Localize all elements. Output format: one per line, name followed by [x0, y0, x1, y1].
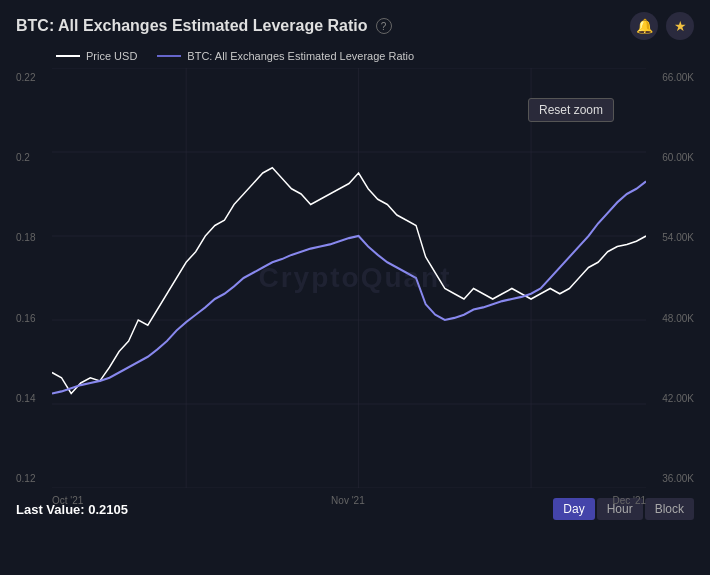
x-label-dec: Dec '21 [612, 495, 646, 506]
block-button[interactable]: Block [645, 498, 694, 520]
reset-zoom-button[interactable]: Reset zoom [528, 98, 614, 122]
x-label-nov: Nov '21 [331, 495, 365, 506]
help-icon[interactable]: ? [376, 18, 392, 34]
y-axis-right: 66.00K 60.00K 54.00K 48.00K 42.00K 36.00… [646, 68, 694, 488]
legend-item-price: Price USD [56, 50, 137, 62]
legend-line-white [56, 55, 80, 57]
page-title: BTC: All Exchanges Estimated Leverage Ra… [16, 17, 368, 35]
title-area: BTC: All Exchanges Estimated Leverage Ra… [16, 17, 392, 35]
legend-item-leverage: BTC: All Exchanges Estimated Leverage Ra… [157, 50, 414, 62]
notification-button[interactable]: 🔔 [630, 12, 658, 40]
favorite-button[interactable]: ★ [666, 12, 694, 40]
chart-svg [52, 68, 646, 488]
x-axis: Oct '21 Nov '21 Dec '21 [52, 495, 646, 506]
main-container: BTC: All Exchanges Estimated Leverage Ra… [0, 0, 710, 575]
legend-label-price: Price USD [86, 50, 137, 62]
chart-area: CryptoQuant Reset zoom 0.22 0.2 0.18 0.1… [16, 68, 694, 488]
legend-line-blue [157, 55, 181, 57]
x-label-oct: Oct '21 [52, 495, 83, 506]
legend-label-leverage: BTC: All Exchanges Estimated Leverage Ra… [187, 50, 414, 62]
legend: Price USD BTC: All Exchanges Estimated L… [56, 50, 694, 62]
header: BTC: All Exchanges Estimated Leverage Ra… [16, 12, 694, 40]
header-icons: 🔔 ★ [630, 12, 694, 40]
y-axis-left: 0.22 0.2 0.18 0.16 0.14 0.12 [16, 68, 52, 488]
